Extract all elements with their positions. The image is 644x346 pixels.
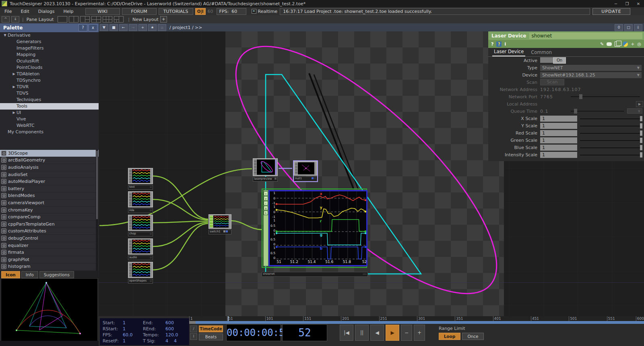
palette-item-3dscope[interactable]: 3DScope	[0, 150, 99, 157]
frame-counter[interactable]: 52	[282, 324, 327, 341]
palette-tree-item-mapping[interactable]: Mapping	[0, 52, 99, 58]
float-pane-icon[interactable]: ⇓	[11, 16, 19, 23]
param-slider[interactable]	[580, 133, 642, 134]
add-parameter-icon[interactable]: +	[631, 41, 634, 47]
param-slider[interactable]	[571, 96, 640, 97]
chop-node-chop[interactable]: chop▫	[128, 215, 153, 236]
palette-item-blendmodes[interactable]: blendModes	[0, 193, 99, 200]
laserpreview-node[interactable]: laserpreview	[253, 158, 278, 182]
active-toggle[interactable]	[540, 57, 554, 63]
palette-item-graphplot[interactable]: graphPlot	[0, 256, 99, 263]
range-start-handle[interactable]	[189, 321, 196, 324]
palette-tree-item-oculusrift[interactable]: OculusRift	[0, 58, 99, 64]
timeline-range-bar[interactable]	[189, 321, 644, 324]
timeline-field-value[interactable]: 1	[123, 338, 143, 344]
menu-button[interactable]: ▼	[100, 24, 108, 31]
minimize-button[interactable]: ─	[610, 2, 621, 6]
palette-tree-item-tdvr[interactable]: ▶TDVR	[0, 84, 99, 90]
tab-info[interactable]: Info	[21, 271, 38, 278]
param-field[interactable]: 1	[540, 137, 577, 143]
menu-help[interactable]: Help	[59, 9, 78, 14]
language-pencil-icon[interactable]: ✎	[600, 41, 604, 47]
palette-item-automediaplayer[interactable]: autoMediaPlayer	[0, 178, 99, 185]
once-button[interactable]: Once	[462, 333, 484, 340]
palette-help-button[interactable]: ?	[78, 24, 87, 31]
param-field[interactable]: 1	[540, 145, 577, 151]
chop-node-ilda[interactable]: ilda▫	[128, 191, 153, 213]
shownet-viewer-node[interactable]: xyrgb 10-1x10-1y10.50r10.50g10.50b 5151.…	[262, 189, 367, 268]
performance-mode-button[interactable]: O|I	[195, 8, 206, 15]
palette-tree-item-imagefilters[interactable]: ImageFilters	[0, 45, 99, 52]
units-dropdown[interactable]: ▼	[627, 108, 642, 114]
switch-node[interactable]: switch1	[208, 214, 231, 234]
tab-common[interactable]: Common	[529, 50, 553, 56]
palette-item-audioanalysis[interactable]: audioAnalysis	[0, 164, 99, 171]
palette-scrollbar[interactable]	[96, 150, 98, 271]
palette-item-chromakey[interactable]: chromaKey	[0, 207, 99, 214]
collapse-pane-arrow-icon[interactable]: ⇩	[634, 24, 642, 31]
param-slider[interactable]	[580, 140, 642, 141]
add-layout-button[interactable]: +	[160, 16, 167, 23]
pause-button[interactable]: ||	[355, 325, 369, 341]
menu-dialogs[interactable]: Dialogs	[34, 9, 59, 14]
slider-handle[interactable]	[640, 152, 642, 157]
close-button[interactable]: ✕	[633, 2, 644, 6]
realtime-checkbox[interactable]: ✕	[252, 9, 256, 14]
maximize-button[interactable]: ❐	[621, 2, 633, 6]
slider-handle[interactable]	[640, 123, 642, 128]
chop-node-text[interactable]: text▫	[128, 168, 153, 190]
palette-item-comparecomp[interactable]: compareComp	[0, 213, 99, 221]
layout-split-right-button[interactable]	[80, 16, 90, 23]
timeline-field-value[interactable]: 120.0	[165, 332, 190, 338]
palette-tree-item-vive[interactable]: Vive	[0, 116, 99, 122]
playhead[interactable]	[228, 316, 229, 321]
chevron-right-icon[interactable]: ▶	[11, 71, 17, 77]
palette-item-battery[interactable]: battery	[0, 185, 99, 193]
palette-tree-item-tdvs[interactable]: TDVS	[0, 90, 99, 97]
palette-item-cameraviewport[interactable]: cameraViewport	[0, 199, 99, 207]
jump-to-start-button[interactable]: |◀	[340, 325, 353, 341]
palette-item-histogram[interactable]: histogram	[0, 263, 99, 271]
palette-tree-item-tools[interactable]: Tools	[0, 103, 99, 110]
palette-tree-item-generators[interactable]: Generators	[0, 39, 99, 45]
play-button[interactable]: ▶	[386, 325, 399, 341]
add-operator-button[interactable]: +	[138, 24, 147, 31]
timeline-field-value[interactable]: 1	[123, 320, 143, 326]
comment-icon[interactable]	[607, 42, 612, 46]
layout-mixed-button[interactable]	[114, 16, 124, 23]
loop-button[interactable]: Loop	[439, 333, 460, 340]
param-dropdown[interactable]: ShowNet#192.168.1.25▼	[540, 72, 642, 78]
palette-item-debugcontrol[interactable]: debugControl	[0, 235, 99, 242]
timeline-ruler[interactable]: 151101151201251301351401451501551600	[189, 316, 644, 321]
collapse-pane-icon[interactable]: ^	[2, 16, 10, 23]
stop-button[interactable]: ■	[109, 24, 118, 31]
palette-tree-item-my-components[interactable]: My Components	[0, 129, 99, 135]
timeline-side-button[interactable]: /	[190, 325, 197, 332]
palette-tree-item-tdsynchro[interactable]: TDSynchro	[0, 77, 99, 84]
link-tutorials[interactable]: TUTORIALS	[159, 8, 193, 15]
palette-item-firmata[interactable]: firmata	[0, 249, 99, 256]
link-forum[interactable]: FORUM	[122, 8, 157, 15]
chevron-right-icon[interactable]: ▶	[11, 110, 17, 116]
operator-name-field[interactable]: shownet	[529, 33, 642, 39]
palette-tree-item-techniques[interactable]: Techniques	[0, 97, 99, 103]
bookmark-button[interactable]: ★	[148, 24, 157, 31]
param-dropdown[interactable]: ShowNET▼	[540, 65, 642, 71]
palette-item-customattributes[interactable]: customAttributes	[0, 228, 99, 235]
param-slider[interactable]	[580, 126, 642, 126]
timeline-side-button[interactable]: I	[190, 333, 197, 340]
play-icon[interactable]: ▶	[636, 101, 643, 107]
chevron-right-icon[interactable]: ▶	[11, 84, 17, 90]
mode-beats-button[interactable]: Beats	[199, 334, 223, 340]
palette-item-cppparstemplategen[interactable]: cppParsTemplateGen	[0, 221, 99, 228]
slider-handle[interactable]	[640, 145, 642, 150]
python-help-icon[interactable]: ?	[496, 41, 502, 47]
param-field[interactable]: 1	[540, 116, 577, 122]
palette-close-button[interactable]: x	[89, 24, 97, 31]
param-field[interactable]: 1	[540, 152, 577, 158]
update-button[interactable]: UPDATE	[592, 8, 630, 15]
maximize-pane-icon[interactable]: □	[624, 24, 633, 31]
help-icon[interactable]: ?	[491, 41, 493, 47]
back-button[interactable]: ←	[119, 24, 128, 31]
slider-handle[interactable]	[574, 109, 577, 114]
